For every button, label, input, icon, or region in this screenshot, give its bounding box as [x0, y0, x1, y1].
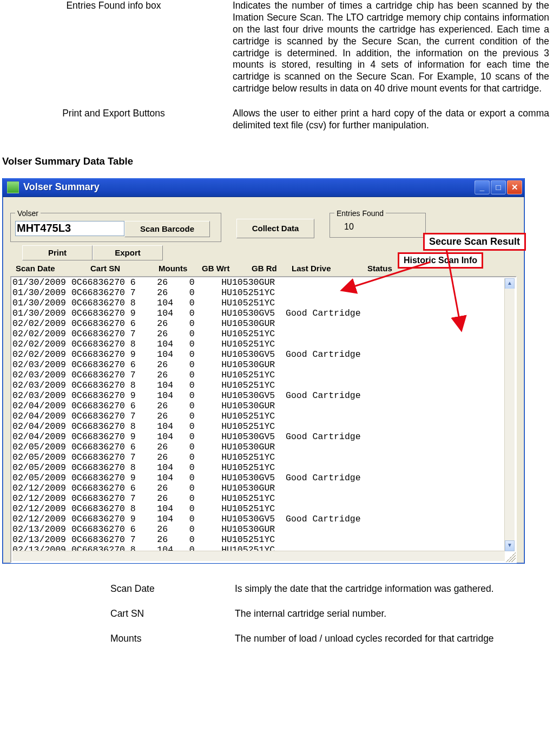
- collect-data-button[interactable]: Collect Data: [236, 219, 314, 238]
- desc-cart-sn: Cart SN The internal cartridge serial nu…: [0, 608, 549, 620]
- desc-text: The internal cartridge serial number.: [229, 608, 549, 620]
- minimize-button[interactable]: _: [475, 180, 490, 194]
- header-status: Status: [367, 264, 392, 273]
- desc-text: Allows the user to either print a hard c…: [233, 108, 549, 132]
- entries-found-legend: Entries Found: [334, 209, 386, 218]
- export-button[interactable]: Export: [93, 245, 163, 260]
- app-icon: [7, 181, 19, 193]
- print-button[interactable]: Print: [22, 245, 93, 260]
- annotation-historic-scan-info: Historic Scan Info: [398, 252, 483, 269]
- maximize-button[interactable]: □: [491, 180, 506, 194]
- entries-found-value: 10: [334, 221, 421, 233]
- desc-text: Indicates the number of times a cartridg…: [233, 0, 549, 95]
- volser-group: Volser Scan Barcode: [10, 209, 221, 242]
- resize-grip-icon[interactable]: [506, 552, 516, 562]
- close-button[interactable]: ✕: [507, 180, 522, 194]
- volser-summary-window: Volser Summary _ □ ✕ Volser Scan Barcode…: [2, 178, 525, 564]
- desc-term: Print and Export Buttons: [0, 108, 233, 132]
- data-listbox[interactable]: 01/30/2009 0C66836270 6 26 0 HU10530GUR …: [10, 276, 517, 563]
- desc-mounts: Mounts The number of load / unload cycle…: [0, 633, 549, 645]
- header-gb-rd: GB Rd: [252, 264, 292, 273]
- desc-text: Is simply the date that the cartridge in…: [229, 583, 549, 595]
- desc-scan-date: Scan Date Is simply the date that the ca…: [0, 583, 549, 595]
- section-heading: Volser Summary Data Table: [2, 155, 549, 167]
- titlebar[interactable]: Volser Summary _ □ ✕: [3, 178, 524, 197]
- header-mounts: Mounts: [159, 264, 202, 273]
- desc-term: Scan Date: [0, 583, 229, 595]
- desc-term: Mounts: [0, 633, 229, 645]
- volser-legend: Volser: [15, 209, 41, 218]
- desc-text: The number of load / unload cycles recor…: [229, 633, 549, 645]
- entries-found-group: Entries Found 10: [330, 209, 426, 238]
- header-scan-date: Scan Date: [16, 264, 90, 273]
- scroll-up-icon[interactable]: ▲: [505, 278, 515, 289]
- header-cart-sn: Cart SN: [90, 264, 159, 273]
- scroll-down-icon[interactable]: ▼: [505, 540, 515, 551]
- desc-term: Entries Found info box: [0, 0, 233, 95]
- scroll-track[interactable]: [505, 289, 515, 541]
- header-last-drive: Last Drive: [292, 264, 367, 273]
- horizontal-scrollbar[interactable]: [12, 551, 505, 561]
- header-gb-wrt: GB Wrt: [202, 264, 252, 273]
- desc-entries-found: Entries Found info box Indicates the num…: [0, 0, 549, 95]
- annotation-secure-scan-result: Secure Scan Result: [423, 233, 526, 251]
- volser-input[interactable]: [15, 221, 124, 236]
- window-title: Volser Summary: [23, 181, 475, 193]
- scan-barcode-button[interactable]: Scan Barcode: [124, 221, 210, 237]
- desc-term: Cart SN: [0, 608, 229, 620]
- vertical-scrollbar[interactable]: ▲ ▼: [504, 278, 515, 551]
- desc-print-export: Print and Export Buttons Allows the user…: [0, 108, 549, 132]
